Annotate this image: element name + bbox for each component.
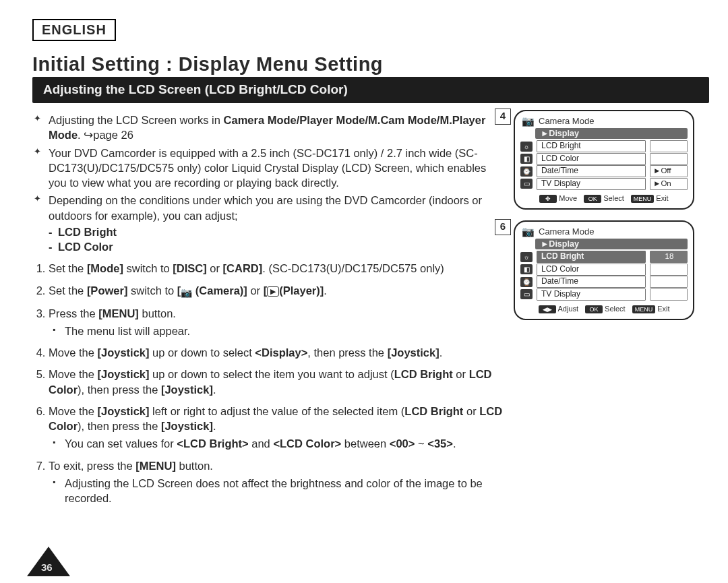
text-bold: [DISC]: [173, 262, 206, 274]
text: , then press the: [307, 346, 387, 359]
menu-row-icon: ☼: [520, 142, 533, 152]
page-number: 36: [41, 561, 53, 573]
text: button.: [176, 460, 213, 472]
hint-text: Adjust: [558, 305, 579, 313]
key-icon: ✥: [539, 195, 557, 203]
text: Set the: [49, 284, 87, 297]
lcd-panel-step-6: 6 📷 Camera Mode ►Display ☼LCD Bright18 ◧…: [514, 220, 709, 320]
hint-text: Select: [603, 194, 624, 202]
text: You can set values for: [65, 437, 177, 450]
text: Press the: [49, 307, 98, 319]
text-bold: <LCD Bright>: [177, 437, 248, 450]
text-bold: [Joystick]: [161, 383, 213, 396]
text-bold: [Joystick]: [97, 405, 149, 417]
text-bold: [CARD]: [223, 262, 263, 274]
lcd-menu-list: ☼LCD Bright ◧LCD Color ⌚Date/Time►Off ▭T…: [519, 140, 689, 190]
camera-icon: 📷: [181, 286, 192, 299]
text-bold: <35>: [427, 437, 453, 450]
text: ), then press the: [78, 420, 161, 432]
step-item: Set the [Power] switch to [📷 (Camera)] o…: [49, 283, 506, 299]
page-title: Initial Setting : Display Menu Setting: [32, 53, 709, 75]
hint-text: Exit: [656, 194, 668, 202]
menu-row-label: TV Display: [537, 178, 646, 190]
text-bold: [Joystick]: [388, 346, 439, 359]
intro-sub-item: LCD Color: [49, 239, 506, 254]
text: and: [249, 437, 274, 450]
menu-row-icon: ◧: [520, 154, 533, 164]
lcd-menu-row: ▭TV Display: [519, 288, 689, 301]
text-bold: (Camera)]: [192, 284, 247, 297]
lcd-panels-column: 4 📷 Camera Mode ►Display ☼LCD Bright ◧LC…: [514, 110, 709, 331]
text-bold: [Mode]: [87, 262, 123, 274]
intro-sub-list: LCD Bright LCD Color: [49, 224, 506, 255]
player-icon: ▶: [267, 286, 279, 297]
text: Adjusting the LCD Screen works in: [49, 114, 224, 126]
menu-row-label: LCD Color: [537, 153, 646, 165]
menu-row-icon: ⌚: [520, 277, 533, 287]
intro-sub-item: LCD Bright: [49, 224, 506, 239]
menu-row-value: [650, 264, 688, 276]
section-header-bar: Adjusting the LCD Screen (LCD Bright/LCD…: [32, 77, 709, 103]
text: or: [247, 284, 264, 297]
menu-row-label: TV Display: [537, 288, 646, 301]
menu-row-label: LCD Bright: [537, 140, 646, 152]
step-sub-item: You can set values for <LCD Bright> and …: [53, 436, 506, 451]
text: Move the: [49, 368, 97, 380]
text: . ↪page 26: [78, 129, 133, 141]
step-sub-item: Adjusting the LCD Screen does not affect…: [53, 476, 506, 506]
lcd-footer-hints: ✥Move OKSelect MENUExit: [519, 194, 689, 203]
lcd-hint: ✥Move: [539, 194, 577, 203]
text-bold: [MENU]: [135, 460, 176, 472]
text: up or down to select the item you want t…: [150, 368, 394, 380]
text: left or right to adjust the value of the…: [150, 405, 405, 417]
menu-row-icon: ▭: [520, 179, 533, 189]
step-item: Move the [Joystick] up or down to select…: [49, 367, 506, 397]
menu-row-value: [650, 276, 688, 288]
lcd-hint: OKSelect: [584, 194, 624, 203]
text: Move the: [49, 405, 97, 417]
step-sub-list: The menu list will appear.: [49, 324, 506, 338]
menu-row-icon: ◧: [520, 264, 533, 274]
text: or: [207, 262, 223, 274]
text-bold: <Display>: [255, 346, 307, 359]
text: To exit, press the: [49, 460, 135, 472]
lcd-menu-row: ▭TV Display►On: [519, 178, 689, 191]
text-bold: [Joystick]: [97, 346, 149, 359]
key-icon: MENU: [632, 305, 656, 313]
menu-row-value: [650, 288, 688, 301]
lcd-mode-title: 📷 Camera Mode: [519, 115, 689, 128]
lcd-panel-step-4: 4 📷 Camera Mode ►Display ☼LCD Bright ◧LC…: [514, 110, 709, 210]
text-bold: <00>: [390, 437, 415, 450]
text: .: [453, 437, 456, 450]
menu-row-icon: ▭: [520, 289, 533, 299]
menu-row-icon: ⌚: [520, 166, 533, 177]
lcd-menu-row-selected: ☼LCD Bright18: [519, 251, 689, 264]
step-number-badge: 4: [495, 109, 511, 125]
text: .: [324, 284, 327, 297]
text: switch to: [127, 284, 177, 297]
intro-item: Depending on the conditions under which …: [34, 193, 506, 254]
content-columns: Adjusting the LCD Screen works in Camera…: [32, 110, 709, 512]
steps-list: Set the [Mode] switch to [DISC] or [CARD…: [32, 261, 506, 505]
menu-row-value: [650, 153, 688, 165]
lcd-section-header: ►Display: [535, 239, 688, 249]
text: ), then press the: [78, 383, 161, 396]
text: up or down to select: [150, 346, 255, 359]
step-sub-list: You can set values for <LCD Bright> and …: [49, 436, 506, 451]
page-number-triangle: 36: [27, 547, 70, 576]
lcd-menu-row: ◧LCD Color: [519, 264, 689, 276]
lcd-menu-row: ☼LCD Bright: [519, 140, 689, 153]
camcorder-icon: 📷: [522, 226, 535, 237]
lcd-menu-row: ◧LCD Color: [519, 153, 689, 166]
text: Depending on the conditions under which …: [49, 194, 482, 221]
text-bold: [Joystick]: [97, 368, 149, 380]
text: ~: [415, 437, 427, 450]
text-bold: LCD Bright: [404, 405, 463, 417]
step-item: To exit, press the [MENU] button. Adjust…: [49, 458, 506, 506]
text: or: [463, 405, 479, 417]
hint-text: Exit: [657, 305, 669, 313]
lcd-mode-label: Camera Mode: [539, 226, 594, 237]
step-sub-item: The menu list will appear.: [53, 324, 506, 338]
text: between: [341, 437, 390, 450]
step-sub-list: Adjusting the LCD Screen does not affect…: [49, 476, 506, 506]
